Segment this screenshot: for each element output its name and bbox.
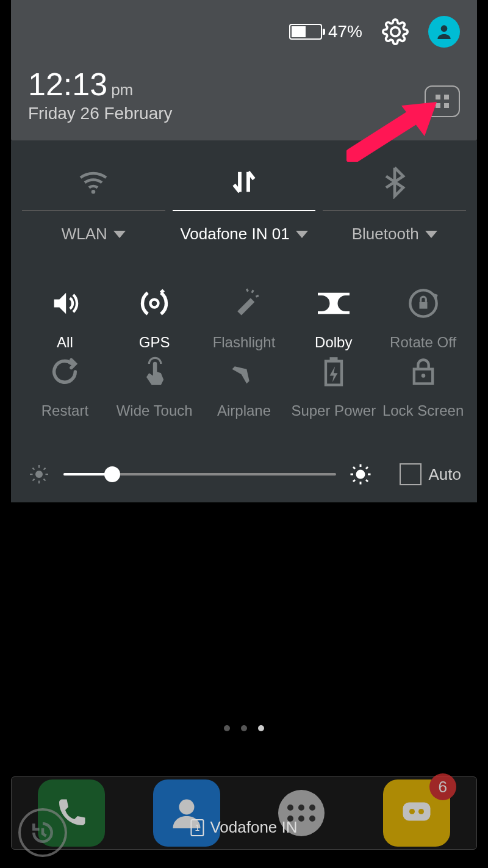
unread-badge: 6 <box>429 773 456 800</box>
battery-indicator: 47% <box>289 22 362 42</box>
svg-line-25 <box>366 480 368 482</box>
clock-area[interactable]: 12:13pm Friday 26 February <box>28 66 173 123</box>
restart-icon <box>49 356 81 388</box>
touch-icon <box>138 356 170 388</box>
sound-tile[interactable]: All <box>22 286 108 351</box>
widetouch-tile[interactable]: Wide Touch <box>112 355 198 419</box>
gps-icon <box>138 288 170 319</box>
message-icon <box>398 795 435 831</box>
svg-line-27 <box>366 467 368 469</box>
homescreen-page-indicator <box>224 725 264 731</box>
person-icon <box>434 22 454 42</box>
svg-line-18 <box>44 468 46 470</box>
recents-overlay-button[interactable] <box>18 808 67 857</box>
auto-brightness-toggle[interactable]: Auto <box>400 463 462 485</box>
brightness-high-icon <box>348 462 373 486</box>
rotate-tile[interactable]: Rotate Off <box>380 286 466 351</box>
battery-icon <box>289 24 322 40</box>
data-arrows-icon <box>227 165 261 199</box>
svg-point-31 <box>418 809 424 814</box>
quick-settings: WLAN Vodafone IN 01 Bluetooth All GPS <box>11 140 477 502</box>
edit-tiles-button[interactable] <box>425 85 460 117</box>
flashlight-icon <box>228 288 260 319</box>
svg-rect-7 <box>329 357 337 361</box>
dolby-icon <box>318 288 350 319</box>
wlan-label: WLAN <box>62 225 107 244</box>
carrier-label: 1 Vodafone IN <box>190 818 297 837</box>
gps-tile[interactable]: GPS <box>112 286 198 351</box>
rotate-lock-icon <box>407 288 439 319</box>
checkbox-icon <box>400 463 422 485</box>
lock-icon <box>407 356 439 388</box>
svg-line-16 <box>44 479 46 481</box>
superpower-tile[interactable]: Super Power <box>290 355 376 419</box>
svg-line-26 <box>353 480 355 482</box>
bluetooth-icon <box>378 165 412 199</box>
dock: 6 1 Vodafone IN <box>11 776 477 850</box>
chevron-down-icon <box>113 231 126 238</box>
dock-messages-app[interactable]: 6 <box>383 779 450 847</box>
battery-bolt-icon <box>318 356 350 388</box>
bluetooth-tile[interactable]: Bluetooth <box>323 165 466 244</box>
bluetooth-label: Bluetooth <box>352 225 419 244</box>
time-text: 12:13 <box>28 67 107 102</box>
svg-rect-29 <box>403 803 430 821</box>
svg-point-19 <box>356 470 365 479</box>
wifi-icon <box>76 165 110 199</box>
ampm-text: pm <box>111 81 133 99</box>
brightness-slider[interactable] <box>63 473 336 476</box>
flashlight-tile[interactable]: Flashlight <box>201 286 287 351</box>
restart-tile[interactable]: Restart <box>22 355 108 419</box>
airplane-icon <box>228 356 260 388</box>
chevron-down-icon <box>296 231 308 238</box>
svg-line-15 <box>33 468 35 470</box>
brightness-row: Auto <box>22 462 466 486</box>
svg-point-30 <box>409 809 415 814</box>
volume-icon <box>49 288 81 319</box>
svg-point-28 <box>179 800 194 815</box>
chevron-down-icon <box>425 231 437 238</box>
svg-point-2 <box>151 300 159 308</box>
date-text: Friday 26 February <box>28 104 173 123</box>
profile-button[interactable] <box>428 16 460 48</box>
gear-icon <box>382 18 409 45</box>
grid-icon <box>436 95 449 108</box>
wlan-tile[interactable]: WLAN <box>22 165 165 244</box>
lockscreen-tile[interactable]: Lock Screen <box>380 355 466 419</box>
brightness-low-icon <box>27 462 51 486</box>
svg-rect-5 <box>419 302 427 309</box>
dolby-tile[interactable]: Dolby <box>290 286 376 351</box>
settings-button[interactable] <box>381 17 410 46</box>
svg-line-17 <box>33 479 35 481</box>
data-label: Vodafone IN 01 <box>180 225 289 244</box>
data-tile[interactable]: Vodafone IN 01 <box>173 165 316 244</box>
svg-point-9 <box>421 374 425 378</box>
svg-line-24 <box>353 467 355 469</box>
svg-point-1 <box>92 190 96 194</box>
history-icon <box>29 819 56 846</box>
battery-percent: 47% <box>328 22 362 42</box>
panel-header: 47% 12:13pm Friday 26 February <box>11 0 477 140</box>
auto-label: Auto <box>429 465 462 484</box>
notification-panel: 47% 12:13pm Friday 26 February <box>11 0 477 502</box>
svg-point-0 <box>441 25 448 32</box>
airplane-tile[interactable]: Airplane <box>201 355 287 419</box>
sim-icon: 1 <box>190 819 204 836</box>
svg-point-10 <box>35 471 43 478</box>
